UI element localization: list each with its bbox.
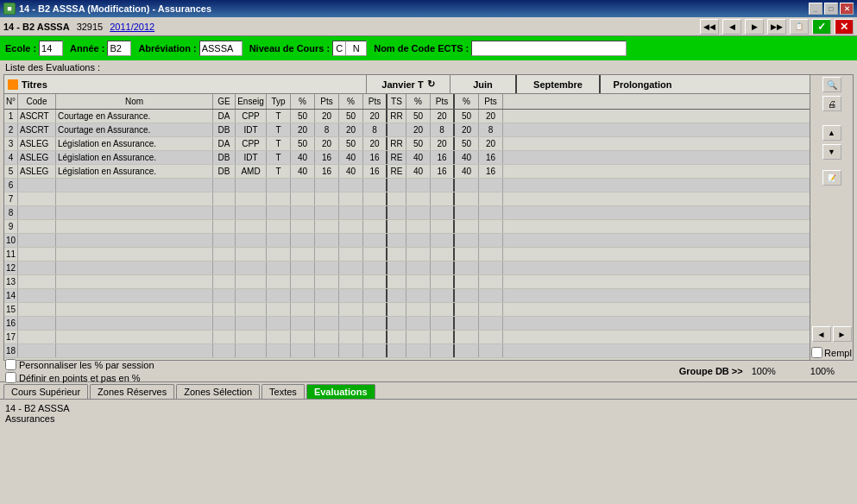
table-row[interactable]: 11 — [4, 248, 810, 261]
table-row[interactable]: 2ASCRTCourtage en Assurance.DBIDTT208208… — [4, 123, 810, 137]
col-pct1: % — [291, 94, 315, 109]
table-row[interactable]: 15 — [4, 303, 810, 317]
bottom-controls: Personnaliser les % par session Définir … — [0, 361, 857, 381]
col-pct2: % — [339, 94, 363, 109]
sort-icon[interactable]: ↻ — [427, 79, 435, 90]
nav-last[interactable]: ▶▶ — [767, 19, 786, 35]
column-headers: N° Code Nom GE Enseig Typ % Pts % Pts TS… — [4, 94, 810, 110]
table-row[interactable]: 8 — [4, 206, 810, 220]
tab-textes[interactable]: Textes — [262, 384, 305, 399]
abrev-label: Abréviation : — [138, 43, 196, 54]
col-pts4: Pts — [479, 94, 503, 109]
table-row[interactable]: 6 — [4, 179, 810, 192]
rempl-checkbox[interactable] — [811, 347, 822, 358]
code-ects-input[interactable] — [471, 41, 627, 56]
abrev-input[interactable] — [199, 41, 243, 56]
tab-bar: Cours Supérieur Zones Réserves Zones Sél… — [0, 381, 857, 399]
table-row[interactable]: 16 — [4, 317, 810, 331]
title-bar: ■ 14 - B2 ASSSA (Modification) - Assuran… — [0, 0, 857, 17]
col-ge: GE — [213, 94, 236, 109]
table-row[interactable]: 1ASCRTCourtage en Assurance.DACPPT502050… — [4, 110, 810, 123]
code-ects-label: Nom de Code ECTS : — [374, 43, 469, 54]
col-ts: TS — [388, 94, 406, 109]
nav-prev[interactable]: ◀ — [722, 19, 741, 35]
minimize-button[interactable]: _ — [809, 3, 822, 15]
col-ens: Enseig — [236, 94, 267, 109]
evaluations-table: Titres Janvier T ↻ Juin Septembre Prolon… — [4, 75, 810, 360]
table-row[interactable]: 17 — [4, 331, 810, 344]
maximize-button[interactable]: □ — [824, 3, 838, 15]
nav-first[interactable]: ◀◀ — [700, 19, 719, 35]
arrow-left-btn[interactable]: ◄ — [812, 326, 831, 342]
check-percent-label: Personnaliser les % par session — [19, 360, 154, 370]
check-percent-session[interactable] — [5, 359, 16, 370]
tab-cours-superieur[interactable]: Cours Supérieur — [3, 384, 88, 399]
record-number: 32915 — [77, 22, 104, 32]
status-line2: Assurances — [5, 413, 852, 424]
year-link[interactable]: 2011/2012 — [110, 22, 154, 32]
move-down-button[interactable]: ▼ — [822, 144, 841, 160]
table-row[interactable]: 13 — [4, 275, 810, 289]
juin-percent: 100% — [810, 366, 835, 376]
top-form: Ecole : Année : Abréviation : Niveau de … — [0, 36, 857, 60]
header-janv: Janvier T ↻ — [367, 75, 451, 93]
titres-icon — [8, 79, 18, 90]
print-button[interactable]: 🖨 — [822, 96, 841, 111]
annee-input[interactable] — [107, 41, 131, 56]
arrow-right-btn[interactable]: ► — [833, 326, 852, 342]
table-row[interactable]: 3ASLEGLégislation en Assurance.DACPPT502… — [4, 137, 810, 151]
nav-buttons: ◀◀ ◀ ▶ ▶▶ 📋 ✓ ✕ — [700, 19, 854, 35]
table-row[interactable]: 12 — [4, 261, 810, 275]
header-sept: Septembre — [517, 75, 601, 93]
col-pct4: % — [455, 94, 479, 109]
close-button[interactable]: ✕ — [840, 3, 854, 15]
table-row[interactable]: 18 — [4, 344, 810, 358]
status-bar: 14 - B2 ASSSA Assurances — [0, 399, 857, 426]
app-icon: ■ — [3, 3, 16, 15]
tab-zones-reserves[interactable]: Zones Réserves — [90, 384, 174, 399]
header-prol: Prolongation — [601, 75, 684, 93]
table-row[interactable]: 5ASLEGLégislation en Assurance.DBAMDT401… — [4, 165, 810, 179]
status-line1: 14 - B2 ASSSA — [5, 403, 852, 413]
col-pts3: Pts — [431, 94, 455, 109]
table-row[interactable]: 10 — [4, 234, 810, 248]
cancel-button[interactable]: ✕ — [835, 19, 854, 35]
table-row[interactable]: 7 — [4, 192, 810, 206]
tab-evaluations[interactable]: Evaluations — [306, 384, 375, 399]
right-panel: 🔍 🖨 ▲ ▼ 📝 ◄ ► Rempl — [810, 75, 853, 360]
save-button[interactable]: ✓ — [812, 19, 831, 35]
col-nom: Nom — [56, 94, 213, 109]
check-points[interactable] — [5, 372, 16, 383]
menu-bar: 14 - B2 ASSSA 32915 2011/2012 ◀◀ ◀ ▶ ▶▶ … — [0, 17, 857, 36]
janv-percent: 100% — [752, 366, 776, 376]
table-row[interactable]: 9 — [4, 220, 810, 234]
record-label: 14 - B2 ASSSA — [3, 22, 70, 32]
col-pts2: Pts — [363, 94, 388, 109]
titres-label: Titres — [22, 79, 47, 90]
window-controls: _ □ ✕ — [809, 3, 854, 15]
table-row[interactable]: 14 — [4, 289, 810, 303]
move-up-button[interactable]: ▲ — [822, 125, 841, 141]
section-title: Liste des Evaluations : — [5, 62, 100, 72]
col-code: Code — [18, 94, 56, 109]
ecole-label: Ecole : — [5, 43, 36, 54]
window-title: 14 - B2 ASSSA (Modification) - Assurance… — [19, 3, 211, 14]
header-juin: Juin — [451, 75, 517, 93]
niveau-label: Niveau de Cours : — [249, 43, 331, 54]
groupe-label: Groupe DB >> — [679, 366, 743, 376]
nav-next[interactable]: ▶ — [745, 19, 764, 35]
section-header: Liste des Evaluations : — [0, 60, 857, 74]
niveau-n: N — [346, 41, 367, 56]
nav-copy[interactable]: 📋 — [790, 19, 809, 35]
col-pts1: Pts — [315, 94, 339, 109]
search-button[interactable]: 🔍 — [822, 77, 841, 92]
table-row[interactable]: 4ASLEGLégislation en Assurance.DBIDTT401… — [4, 151, 810, 165]
ecole-input[interactable] — [39, 41, 63, 56]
rempl-label: Rempl — [824, 348, 852, 358]
check-points-label: Définir en points et pas en % — [19, 373, 141, 383]
col-pct3: % — [406, 94, 431, 109]
edit-button[interactable]: 📝 — [822, 170, 841, 186]
data-rows-container: 1ASCRTCourtage en Assurance.DACPPT502050… — [4, 110, 810, 360]
tab-zones-selection[interactable]: Zones Sélection — [176, 384, 260, 399]
col-typ: Typ — [267, 94, 291, 109]
